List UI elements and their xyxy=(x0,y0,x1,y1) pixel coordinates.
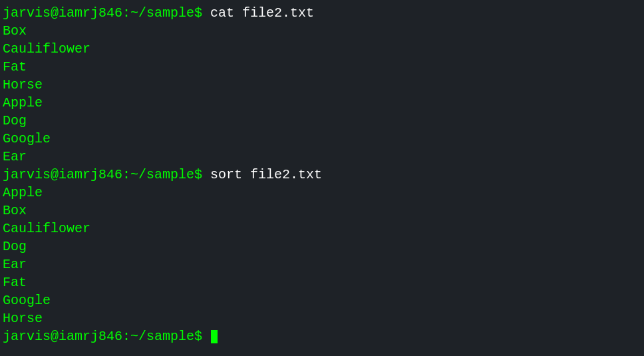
output-line: Google xyxy=(3,291,641,309)
prompt-line: jarvis@iamrj846:~/sample$ cat file2.txt xyxy=(3,4,641,22)
cursor xyxy=(211,330,218,343)
prompt-line: jarvis@iamrj846:~/sample$ sort file2.txt xyxy=(3,166,641,184)
prompt-line-empty: jarvis@iamrj846:~/sample$ xyxy=(3,327,641,345)
output-line: Box xyxy=(3,202,641,220)
output-line: Ear xyxy=(3,148,641,166)
prompt-text: jarvis@iamrj846:~/sample$ xyxy=(3,5,210,21)
command-text: cat file2.txt xyxy=(210,5,314,21)
output-line: Google xyxy=(3,130,641,148)
output-line: Apple xyxy=(3,94,641,112)
output-line: Fat xyxy=(3,273,641,291)
prompt-text: jarvis@iamrj846:~/sample$ xyxy=(3,329,210,344)
output-line: Dog xyxy=(3,112,641,130)
output-line: Horse xyxy=(3,309,641,327)
output-line: Ear xyxy=(3,256,641,273)
prompt-text: jarvis@iamrj846:~/sample$ xyxy=(3,167,210,182)
output-line: Apple xyxy=(3,184,641,202)
terminal: jarvis@iamrj846:~/sample$ cat file2.txtB… xyxy=(0,0,644,356)
output-line: Fat xyxy=(3,58,641,76)
output-line: Cauliflower xyxy=(3,220,641,238)
output-line: Cauliflower xyxy=(3,40,641,58)
output-line: Box xyxy=(3,22,641,40)
output-line: Horse xyxy=(3,76,641,94)
output-line: Dog xyxy=(3,238,641,256)
command-text: sort file2.txt xyxy=(210,167,322,182)
